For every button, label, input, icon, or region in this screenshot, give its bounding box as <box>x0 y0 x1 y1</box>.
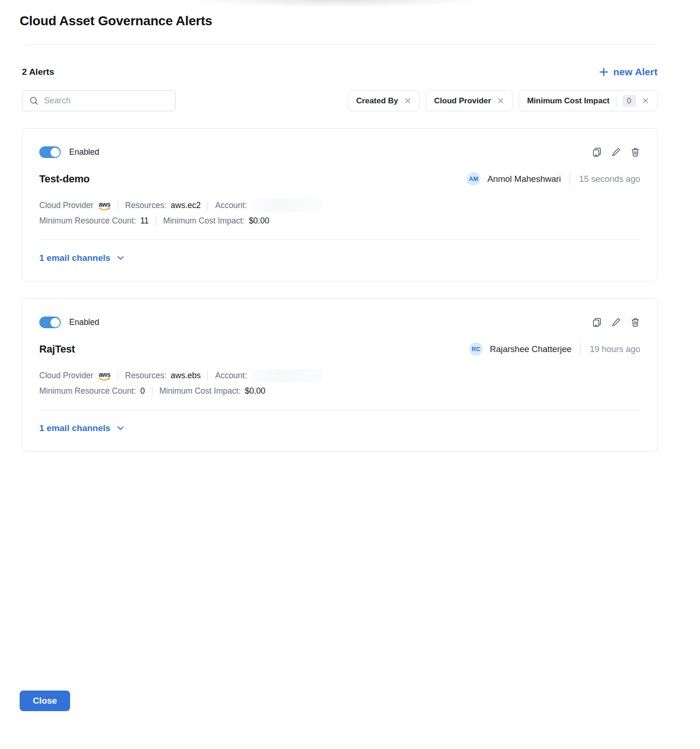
toggle-knob <box>50 148 60 157</box>
detail-divider <box>207 201 208 210</box>
filter-chips: Created By Cloud Provider Minimum Cost I… <box>348 90 657 111</box>
min-cost-impact-label: Minimum Cost Impact: <box>163 216 244 226</box>
author-name: Anmol Maheshwari <box>487 174 561 184</box>
resources-value: aws.ebs <box>171 371 200 381</box>
alert-details: Cloud Provider aws Resources: aws.ec2 Ac… <box>39 198 640 229</box>
filter-chip-label: Cloud Provider <box>434 96 491 106</box>
filter-chip-cloud-provider[interactable]: Cloud Provider <box>426 90 513 111</box>
detail-divider <box>207 371 208 381</box>
toggle-label: Enabled <box>69 317 99 327</box>
updated-timestamp: 19 hours ago <box>590 344 640 354</box>
cloud-provider-label: Cloud Provider <box>39 371 93 381</box>
card-actions <box>592 147 640 157</box>
account-value-redacted <box>252 199 322 212</box>
pencil-icon <box>611 317 621 327</box>
enabled-toggle[interactable] <box>39 146 61 158</box>
new-alert-label: new Alert <box>613 66 657 78</box>
new-alert-button[interactable]: new Alert <box>599 66 657 78</box>
top-scroll-shadow <box>187 0 486 7</box>
aws-logo-icon: aws <box>99 202 111 211</box>
card-divider <box>39 239 640 240</box>
alert-name: RajTest <box>39 343 75 355</box>
delete-button[interactable] <box>630 317 640 327</box>
chevron-down-icon <box>116 424 125 432</box>
email-channels-label: 1 email channels <box>39 423 110 433</box>
filter-chip-label: Created By <box>356 96 398 106</box>
filter-chip-value: 0 <box>622 95 636 107</box>
toggle-label: Enabled <box>69 147 99 157</box>
author-name: Rajarshee Chatterjee <box>490 344 571 354</box>
remove-filter-icon[interactable] <box>404 97 411 104</box>
detail-divider <box>152 386 152 396</box>
search-box[interactable] <box>22 90 176 111</box>
chip-divider <box>616 95 616 107</box>
min-cost-impact-value: $0.00 <box>249 216 269 226</box>
remove-filter-icon[interactable] <box>497 97 504 104</box>
updated-timestamp: 15 seconds ago <box>579 174 640 184</box>
filter-chip-min-cost-impact[interactable]: Minimum Cost Impact 0 <box>519 90 657 111</box>
email-channels-expander[interactable]: 1 email channels <box>39 253 125 263</box>
meta-divider <box>580 343 581 355</box>
trash-icon <box>630 317 640 327</box>
account-value-redacted <box>252 369 322 382</box>
plus-icon <box>599 67 609 77</box>
filter-chip-label: Minimum Cost Impact <box>527 96 610 106</box>
edit-button[interactable] <box>611 317 621 327</box>
search-icon <box>29 96 39 106</box>
remove-filter-icon[interactable] <box>642 97 649 104</box>
search-input[interactable] <box>44 96 170 106</box>
edit-button[interactable] <box>611 147 621 157</box>
min-resource-count-label: Minimum Resource Count: <box>39 386 136 396</box>
delete-button[interactable] <box>630 147 640 157</box>
email-channels-expander[interactable]: 1 email channels <box>39 423 125 433</box>
resources-value: aws.ec2 <box>171 201 200 210</box>
copy-icon <box>592 317 602 327</box>
detail-divider <box>156 216 156 226</box>
header-divider <box>25 44 657 45</box>
enabled-toggle[interactable] <box>39 317 61 328</box>
aws-logo-icon: aws <box>99 372 111 381</box>
alert-details: Cloud Provider aws Resources: aws.ebs Ac… <box>39 368 640 399</box>
resources-label: Resources: <box>125 201 167 210</box>
min-resource-count-label: Minimum Resource Count: <box>39 216 136 226</box>
detail-divider <box>118 371 118 381</box>
duplicate-button[interactable] <box>592 147 602 157</box>
alert-name: Test-demo <box>39 173 90 185</box>
detail-divider <box>118 201 118 210</box>
close-button[interactable]: Close <box>20 691 70 711</box>
min-cost-impact-value: $0.00 <box>245 386 265 396</box>
duplicate-button[interactable] <box>592 317 602 327</box>
min-resource-count-value: 0 <box>140 386 145 396</box>
avatar: AM <box>467 172 480 186</box>
toolbar: 2 Alerts new Alert <box>22 66 657 78</box>
alert-card: Enabled Test-demo AM Anmol Maheshwari 15… <box>22 128 657 281</box>
alert-card: Enabled RajTest RC Rajarshee Chatterjee … <box>22 298 657 452</box>
filter-chip-created-by[interactable]: Created By <box>348 90 420 111</box>
page-title: Cloud Asset Governance Alerts <box>20 13 700 29</box>
filter-row: Created By Cloud Provider Minimum Cost I… <box>22 90 657 111</box>
chevron-down-icon <box>116 254 125 262</box>
card-actions <box>592 317 640 327</box>
resources-label: Resources: <box>125 371 167 381</box>
copy-icon <box>592 147 602 157</box>
min-resource-count-value: 11 <box>140 216 149 226</box>
pencil-icon <box>611 147 621 157</box>
card-divider <box>39 410 640 410</box>
meta-divider <box>570 173 570 185</box>
account-label: Account: <box>215 201 247 210</box>
toggle-knob <box>50 318 60 327</box>
account-label: Account: <box>215 371 247 381</box>
trash-icon <box>630 147 640 157</box>
email-channels-label: 1 email channels <box>39 253 110 263</box>
cloud-provider-label: Cloud Provider <box>39 201 93 210</box>
alerts-count: 2 Alerts <box>22 67 54 77</box>
min-cost-impact-label: Minimum Cost Impact: <box>159 386 241 396</box>
avatar: RC <box>469 342 483 356</box>
